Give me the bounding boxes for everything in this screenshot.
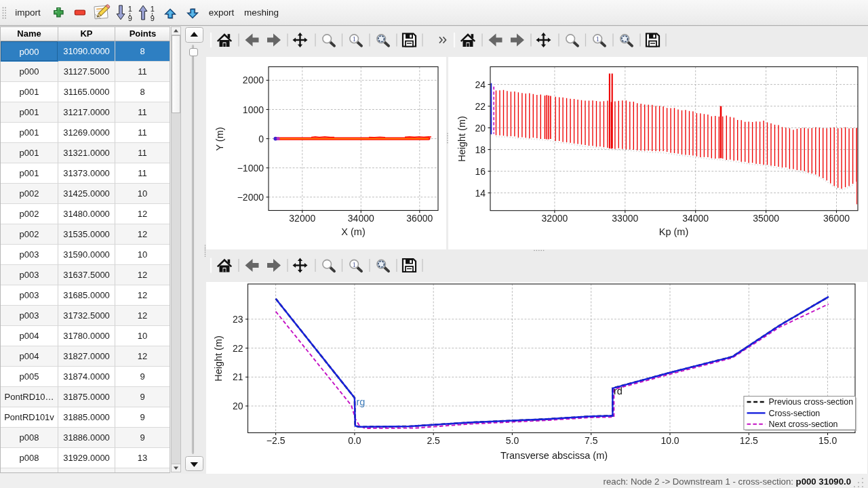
- svg-text:−2000: −2000: [237, 192, 264, 203]
- svg-text:0: 0: [258, 134, 264, 144]
- svg-text:34000: 34000: [682, 213, 709, 224]
- svg-text:12.5: 12.5: [740, 435, 758, 446]
- svg-text:−1000: −1000: [237, 163, 264, 174]
- svg-text:32000: 32000: [541, 213, 568, 224]
- svg-text:22: 22: [233, 343, 243, 354]
- svg-text:rg: rg: [357, 396, 366, 407]
- svg-text:15.0: 15.0: [818, 435, 837, 446]
- svg-text:20: 20: [475, 123, 486, 134]
- svg-text:2.5: 2.5: [427, 435, 440, 446]
- svg-text:7.5: 7.5: [585, 435, 598, 446]
- svg-text:Previous cross-section: Previous cross-section: [769, 397, 854, 407]
- svg-text:1: 1: [595, 35, 599, 43]
- svg-text:20: 20: [233, 401, 243, 411]
- svg-text:Height (m): Height (m): [213, 336, 224, 382]
- svg-text:1: 1: [352, 260, 356, 268]
- svg-text:24: 24: [475, 79, 486, 90]
- svg-text:Y (m): Y (m): [214, 127, 225, 150]
- svg-text:Transverse abscissa (m): Transverse abscissa (m): [500, 450, 608, 461]
- svg-text:rd: rd: [614, 386, 623, 396]
- svg-text:X (m): X (m): [341, 226, 365, 237]
- svg-text:1: 1: [151, 5, 155, 13]
- svg-text:Kp (m): Kp (m): [659, 226, 689, 237]
- svg-text:32000: 32000: [289, 213, 315, 224]
- svg-text:35000: 35000: [753, 213, 779, 224]
- svg-text:21: 21: [233, 371, 243, 382]
- svg-text:−2.5: −2.5: [267, 435, 285, 446]
- svg-text:Cross-section: Cross-section: [769, 409, 821, 418]
- svg-text:1: 1: [352, 35, 356, 43]
- svg-text:2000: 2000: [243, 75, 264, 85]
- svg-text:1000: 1000: [243, 104, 264, 115]
- svg-text:33000: 33000: [612, 213, 638, 224]
- svg-text:36000: 36000: [406, 213, 433, 224]
- svg-text:Height (m): Height (m): [456, 116, 467, 162]
- svg-text:Next cross-section: Next cross-section: [769, 420, 838, 429]
- svg-text:0.0: 0.0: [348, 435, 361, 446]
- svg-text:10.0: 10.0: [660, 435, 679, 446]
- svg-text:5.0: 5.0: [506, 435, 519, 446]
- svg-text:16: 16: [475, 166, 486, 177]
- svg-text:23: 23: [233, 314, 243, 325]
- svg-text:34000: 34000: [348, 213, 374, 224]
- svg-text:18: 18: [475, 144, 486, 155]
- svg-text:14: 14: [475, 188, 486, 199]
- svg-text:1: 1: [128, 5, 132, 13]
- svg-text:22: 22: [475, 101, 486, 112]
- svg-text:36000: 36000: [823, 213, 850, 224]
